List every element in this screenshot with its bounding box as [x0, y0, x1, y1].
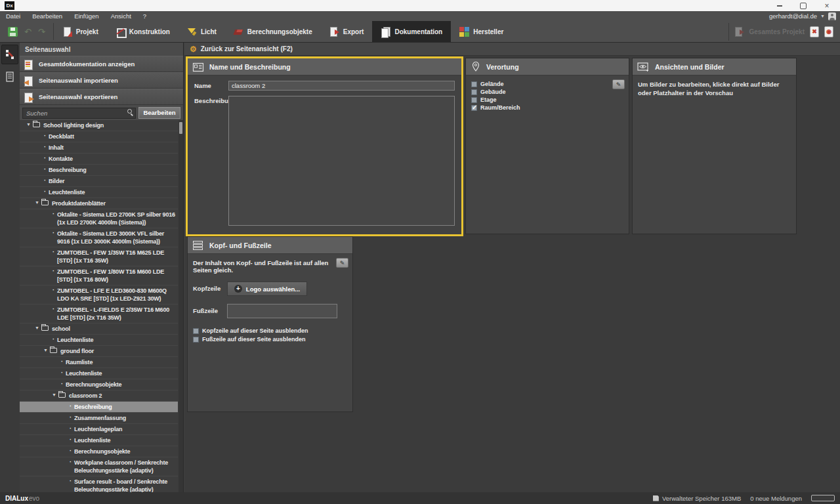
checkbox-row[interactable]: Etage	[471, 96, 629, 103]
save-button[interactable]	[8, 27, 18, 37]
expand-arrow-icon[interactable]: ▼	[26, 121, 32, 127]
expand-arrow-icon[interactable]: ▼	[35, 200, 41, 205]
page-layout-tool-button[interactable]	[1, 67, 18, 87]
search-input[interactable]	[22, 108, 136, 119]
tree-item[interactable]: ·ZUMTOBEL - FEW 1/80W T16 M600 LDE [STD]…	[20, 266, 178, 285]
tab-hersteller[interactable]: Hersteller	[451, 21, 512, 42]
tab-export[interactable]: Export	[321, 21, 373, 42]
tree-scrollbar-thumb[interactable]	[179, 122, 182, 134]
checkbox-checked-icon[interactable]	[471, 105, 477, 111]
tree-item[interactable]: ·Inhalt	[20, 142, 178, 154]
main-toolbar: ↶ ↷ ProjektKonstruktionLichtBerechnungso…	[0, 21, 840, 43]
tree-item[interactable]: ·Leuchtenliste	[20, 435, 178, 446]
menu-item[interactable]: ?	[137, 11, 152, 21]
checkbox-unchecked-icon[interactable]	[471, 81, 477, 87]
tree-item[interactable]: ·Deckblatt	[20, 131, 178, 142]
avatar[interactable]	[828, 12, 836, 20]
checkbox-unchecked-icon[interactable]	[193, 337, 199, 343]
expand-arrow-icon[interactable]: ▼	[52, 392, 58, 397]
main-content: ⚙ Zurück zur Seitenansicht (F2) Name und…	[184, 43, 840, 492]
menu-item[interactable]: Datei	[0, 11, 26, 21]
tree-item-label: Zusammenfassung	[74, 414, 178, 422]
licht-icon	[187, 27, 197, 37]
tree-item[interactable]: ·Raumliste	[20, 357, 178, 368]
tree-item-label: Raumliste	[66, 358, 178, 366]
tree-item[interactable]: ·ZUMTOBEL - LFE E LED3600-830 M600Q LDO …	[20, 285, 178, 304]
tree-item[interactable]: ·Bilder	[20, 176, 178, 187]
tree-item[interactable]: ·Leuchtenliste	[20, 335, 178, 346]
expand-arrow-icon[interactable]: ▼	[43, 347, 49, 352]
tab-projekt[interactable]: Projekt	[54, 21, 107, 42]
tree-item[interactable]: ·Leuchtenliste	[20, 187, 178, 198]
name-input[interactable]	[228, 81, 455, 91]
export-button[interactable]: Seitenauswahl exportieren	[20, 89, 183, 105]
messages-label[interactable]: 0 neue Meldungen	[750, 495, 802, 502]
menu-item[interactable]: Ansicht	[105, 11, 137, 21]
checkbox-unchecked-icon[interactable]	[471, 89, 477, 95]
checkbox-row[interactable]: Raum/Bereich	[471, 104, 629, 111]
tree-item[interactable]: ·Zusammenfassung	[20, 413, 178, 424]
maximize-icon[interactable]	[799, 2, 807, 10]
back-to-page-view-button[interactable]: ⚙ Zurück zur Seitenansicht (F2)	[184, 43, 840, 56]
expand-arrow-icon[interactable]: ▼	[35, 325, 41, 330]
tree-item[interactable]: ·Surface result - board / Senkrechte Bel…	[20, 476, 178, 492]
tree-item[interactable]: ·Beschreibung	[20, 402, 178, 413]
checkbox-unchecked-icon[interactable]	[471, 97, 477, 103]
select-logo-button[interactable]: + Logo auswählen...	[227, 282, 307, 296]
user-account-label[interactable]: gerhardt@dial.de	[769, 12, 817, 20]
tab-licht[interactable]: Licht	[178, 21, 225, 42]
clipboard-icon	[192, 62, 204, 72]
bullet-icon: ·	[44, 155, 49, 161]
tree-item[interactable]: ·ZUMTOBEL - L-FIELDS E 2/35W T16 M600 LD…	[20, 304, 178, 324]
location-panel: Verortung ✎ GeländeGebäudeEtageRaum/Bere…	[465, 58, 629, 234]
bullet-icon: ·	[44, 188, 49, 195]
edit-button[interactable]: Bearbeiten	[138, 107, 180, 119]
tree-folder[interactable]: ▼Produktdatenblätter	[20, 198, 178, 209]
description-textarea[interactable]	[228, 96, 455, 226]
tab-dokumentation[interactable]: Dokumentation	[372, 21, 451, 42]
edit-location-button[interactable]: ✎	[612, 79, 625, 89]
tree-item[interactable]: ·Beschreibung	[20, 165, 178, 176]
tab-label: Export	[343, 28, 364, 35]
showdoc-button[interactable]: Gesamtdokumentation anzeigen	[20, 56, 183, 72]
bullet-icon: ·	[70, 403, 74, 410]
folder-icon	[50, 348, 57, 353]
cancel-document-button[interactable]: ✖	[810, 26, 819, 37]
checkbox-row[interactable]: Fußzeile auf dieser Seite ausblenden	[193, 336, 352, 343]
tree-item-label: Inhalt	[49, 144, 178, 152]
menu-item[interactable]: Einfügen	[68, 11, 105, 21]
tab-konstruktion[interactable]: Konstruktion	[107, 21, 178, 42]
checkbox-unchecked-icon[interactable]	[193, 328, 199, 334]
tree-item[interactable]: ·Kontakte	[20, 154, 178, 165]
tree-folder[interactable]: ▼School lighting design	[20, 120, 178, 131]
tree-item[interactable]: ·Oktalite - Sistema LED 3000K VFL silber…	[20, 228, 178, 247]
record-document-button[interactable]: ◉	[824, 26, 833, 37]
tree-scrollbar[interactable]	[178, 120, 183, 492]
checkbox-row[interactable]: Gelände	[471, 81, 629, 87]
checkbox-row[interactable]: Gebäude	[471, 89, 629, 95]
tree-item[interactable]: ·Leuchtenliste	[20, 368, 178, 379]
footer-input[interactable]	[227, 304, 337, 318]
tab-berechnung[interactable]: Berechnungsobjekte	[225, 21, 321, 42]
tree-item[interactable]: ·Berechnungsobjekte	[20, 379, 178, 390]
bullet-icon: ·	[52, 306, 57, 312]
tree-folder[interactable]: ▼ground floor	[20, 346, 178, 357]
tree-item[interactable]: ·Leuchtenlageplan	[20, 424, 178, 435]
tree-item-label: ZUMTOBEL - L-FIELDS E 2/35W T16 M600 LDE…	[57, 306, 178, 322]
page-selection-tool-button[interactable]	[1, 45, 18, 64]
tree-item[interactable]: ·Workplane classroom / Senkrechte Beleuc…	[20, 457, 178, 476]
checkbox-row[interactable]: Kopfzeile auf dieser Seite ausblenden	[193, 327, 352, 334]
chevron-down-icon[interactable]: ▼	[820, 14, 825, 18]
checkbox-label: Gebäude	[480, 89, 506, 95]
tree-item[interactable]: ·Berechnungsobjekte	[20, 446, 178, 457]
close-icon[interactable]: ×	[823, 2, 831, 10]
tree-folder[interactable]: ▼school	[20, 324, 178, 335]
tree-folder[interactable]: ▼classroom 2	[20, 390, 178, 402]
import-button[interactable]: Seitenauswahl importieren	[20, 72, 183, 89]
edit-header-footer-button[interactable]: ✎	[336, 258, 348, 268]
tree-item-label: ground floor	[60, 347, 178, 355]
tree-item[interactable]: ·Oktalite - Sistema LED 2700K SP silber …	[20, 209, 178, 228]
menu-item[interactable]: Bearbeiten	[26, 11, 68, 21]
minimize-icon[interactable]	[776, 2, 784, 10]
tree-item[interactable]: ·ZUMTOBEL - FEW 1/35W T16 M625 LDE [STD]…	[20, 247, 178, 266]
